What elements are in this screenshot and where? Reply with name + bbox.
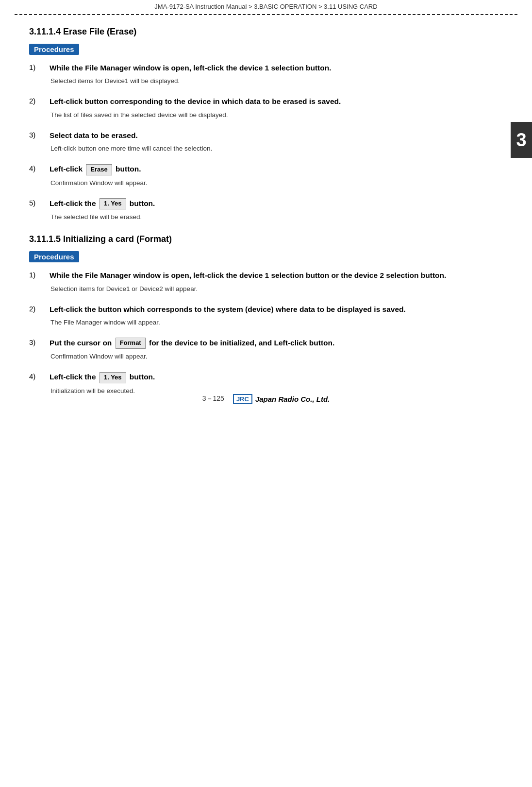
step-1-content: While the File Manager window is open, l… [50, 63, 503, 85]
s2-step-2-content: Left-click the button which corresponds … [50, 304, 503, 326]
step-2-number: 2) [29, 96, 50, 105]
jrc-label: JRC [233, 394, 252, 404]
step-1-main: While the File Manager window is open, l… [50, 63, 503, 73]
breadcrumb: JMA-9172-SA Instruction Manual > 3.BASIC… [0, 0, 532, 12]
yes-button-inline-2: 1. Yes [100, 372, 126, 383]
s2-step-3: 3) Put the cursor on Format for the devi… [29, 338, 503, 360]
section-format-card: 3.11.1.5 Initializing a card (Format) Pr… [29, 234, 503, 394]
s2-step-4-note: Initialization will be executed. [50, 387, 503, 394]
chapter-tab: 3 [511, 122, 532, 158]
s2-step-2-number: 2) [29, 304, 50, 313]
format-button-inline: Format [116, 338, 146, 349]
procedures-badge-1: Procedures [29, 44, 79, 55]
s2-step-1-note: Selection items for Device1 or Device2 w… [50, 285, 503, 292]
step-5-number: 5) [29, 198, 50, 207]
step-1-note: Selected items for Device1 will be displ… [50, 77, 503, 85]
s2-step-3-content: Put the cursor on Format for the device … [50, 338, 503, 360]
s2-step-3-number: 3) [29, 338, 50, 346]
s2-step-2: 2) Left-click the button which correspon… [29, 304, 503, 326]
s2-step-3-note: Confirmation Window will appear. [50, 353, 503, 360]
step-3-note: Left-click button one more time will can… [50, 145, 503, 152]
page-number: 3－125 [202, 394, 224, 403]
procedures-badge-2: Procedures [29, 251, 79, 262]
step-4-main: Left-click Erase button. [50, 164, 503, 175]
company-name: Japan Radio Co., Ltd. [255, 395, 330, 403]
s2-step-1: 1) While the File Manager window is open… [29, 270, 503, 292]
s2-step-3-main: Put the cursor on Format for the device … [50, 338, 503, 349]
step-3-main: Select data to be erased. [50, 130, 503, 141]
step-3: 3) Select data to be erased. Left-click … [29, 130, 503, 152]
section-heading-1: 3.11.1.4 Erase File (Erase) [29, 27, 503, 37]
step-4-note: Confirmation Window will appear. [50, 179, 503, 187]
s2-step-1-content: While the File Manager window is open, l… [50, 270, 503, 292]
step-2-content: Left-click button corresponding to the d… [50, 96, 503, 118]
step-3-content: Select data to be erased. Left-click but… [50, 130, 503, 152]
main-content: 3 3.11.1.4 Erase File (Erase) Procedures… [0, 15, 532, 416]
footer-logo: JRC Japan Radio Co., Ltd. [233, 394, 330, 404]
s2-step-1-main: While the File Manager window is open, l… [50, 270, 503, 281]
step-4-content: Left-click Erase button. Confirmation Wi… [50, 164, 503, 186]
yes-button-inline-1: 1. Yes [100, 198, 126, 209]
steps-list-2: 1) While the File Manager window is open… [29, 270, 503, 394]
s2-step-4: 4) Left-click the 1. Yes button. Initial… [29, 372, 503, 394]
s2-step-2-note: The File Manager window will appear. [50, 319, 503, 326]
step-2-note: The list of files saved in the selected … [50, 111, 503, 119]
section-heading-2: 3.11.1.5 Initializing a card (Format) [29, 234, 503, 244]
step-3-number: 3) [29, 130, 50, 139]
step-4-number: 4) [29, 164, 50, 172]
step-2: 2) Left-click button corresponding to th… [29, 96, 503, 118]
footer: 3－125 JRC Japan Radio Co., Ltd. [0, 394, 532, 404]
step-5-main: Left-click the 1. Yes button. [50, 198, 503, 209]
s2-step-4-main: Left-click the 1. Yes button. [50, 372, 503, 383]
section-erase-file: 3.11.1.4 Erase File (Erase) Procedures 1… [29, 27, 503, 221]
s2-step-2-main: Left-click the button which corresponds … [50, 304, 503, 315]
step-1: 1) While the File Manager window is open… [29, 63, 503, 85]
step-5-content: Left-click the 1. Yes button. The select… [50, 198, 503, 221]
erase-button-inline: Erase [86, 164, 112, 175]
step-4: 4) Left-click Erase button. Confirmation… [29, 164, 503, 186]
steps-list-1: 1) While the File Manager window is open… [29, 63, 503, 221]
s2-step-1-number: 1) [29, 270, 50, 279]
s2-step-4-number: 4) [29, 372, 50, 380]
step-2-main: Left-click button corresponding to the d… [50, 96, 503, 107]
step-5: 5) Left-click the 1. Yes button. The sel… [29, 198, 503, 221]
s2-step-4-content: Left-click the 1. Yes button. Initializa… [50, 372, 503, 394]
step-5-note: The selected file will be erased. [50, 213, 503, 221]
step-1-number: 1) [29, 63, 50, 71]
